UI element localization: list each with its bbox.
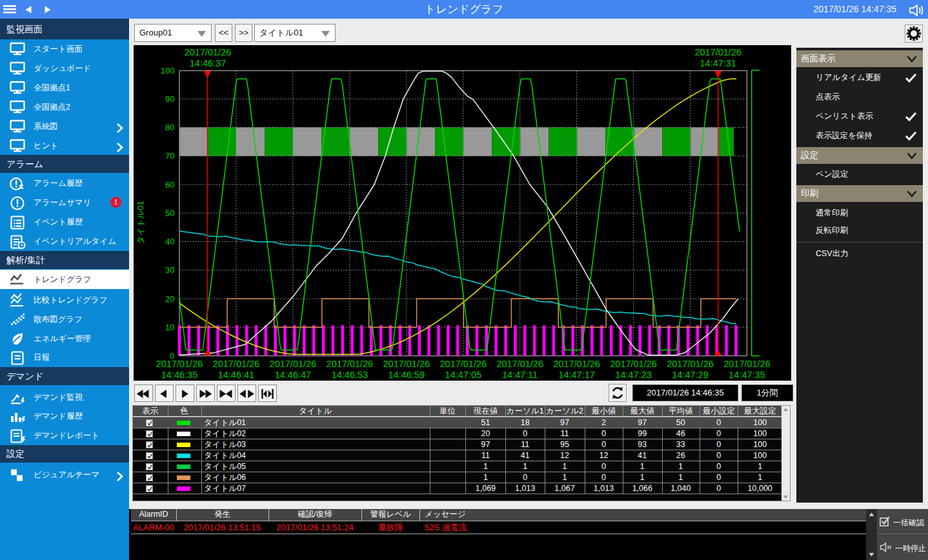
svg-text:14:46:37: 14:46:37 (190, 58, 226, 68)
svg-text:100: 100 (161, 66, 175, 75)
svg-text:10: 10 (165, 323, 174, 332)
svg-text:2017/01/26: 2017/01/26 (327, 359, 374, 369)
svg-text:14:46:59: 14:46:59 (388, 370, 425, 380)
svg-text:2017/01/26: 2017/01/26 (496, 359, 543, 369)
svg-text:90: 90 (165, 94, 174, 104)
svg-text:14:46:35: 14:46:35 (161, 370, 197, 380)
svg-text:2017/01/26: 2017/01/26 (553, 359, 600, 369)
svg-text:2017/01/26: 2017/01/26 (723, 359, 771, 369)
svg-text:2017/01/26: 2017/01/26 (383, 359, 430, 369)
svg-text:14:47:35: 14:47:35 (729, 370, 765, 380)
svg-text:2017/01/26: 2017/01/26 (694, 47, 741, 57)
svg-text:2017/01/26: 2017/01/26 (185, 47, 232, 57)
svg-text:14:46:41: 14:46:41 (218, 370, 254, 380)
svg-text:40: 40 (165, 237, 174, 246)
svg-text:14:47:11: 14:47:11 (502, 370, 538, 380)
svg-text:2017/01/26: 2017/01/26 (667, 359, 714, 369)
svg-text:14:47:05: 14:47:05 (445, 370, 481, 380)
svg-text:14:47:23: 14:47:23 (615, 370, 651, 380)
svg-text:2017/01/26: 2017/01/26 (213, 359, 260, 369)
svg-text:2017/01/26: 2017/01/26 (440, 359, 487, 369)
svg-text:60: 60 (165, 180, 174, 190)
svg-text:2017/01/26: 2017/01/26 (270, 359, 317, 369)
svg-text:50: 50 (165, 208, 174, 218)
svg-text:14:46:47: 14:46:47 (275, 370, 311, 380)
svg-text:80: 80 (165, 123, 174, 132)
svg-text:タイトル01: タイトル01 (136, 201, 145, 245)
svg-text:70: 70 (165, 151, 174, 161)
svg-text:20: 20 (165, 294, 174, 304)
svg-text:2017/01/26: 2017/01/26 (610, 359, 657, 369)
svg-text:14:47:17: 14:47:17 (558, 370, 594, 380)
svg-text:30: 30 (165, 265, 174, 275)
svg-text:14:47:31: 14:47:31 (700, 58, 736, 68)
svg-text:14:46:53: 14:46:53 (332, 370, 368, 380)
svg-text:14:47:29: 14:47:29 (672, 370, 708, 380)
svg-text:2017/01/26: 2017/01/26 (156, 359, 203, 369)
